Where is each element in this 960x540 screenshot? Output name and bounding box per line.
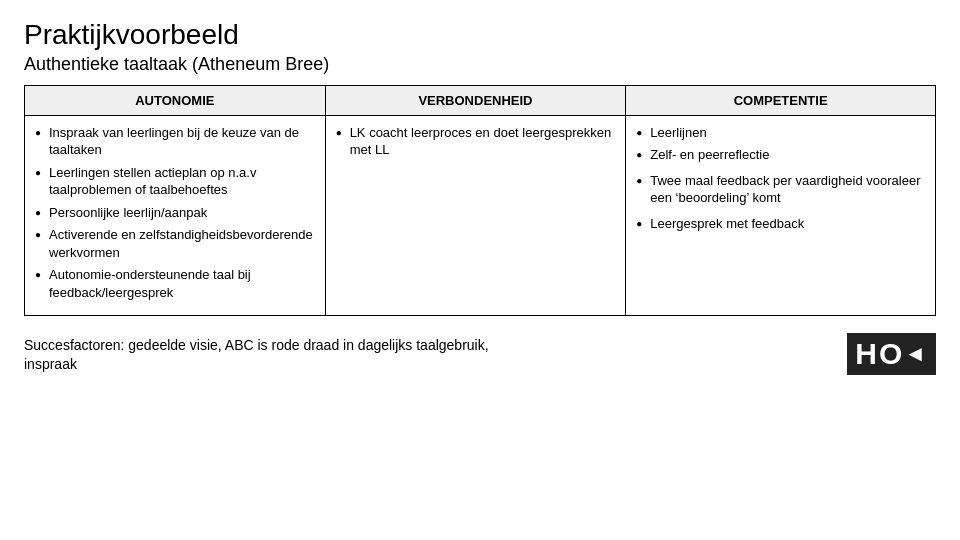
list-item: ●Autonomie-ondersteunende taal bij feedb… [35, 266, 315, 301]
list-item-text: Zelf- en peerreflectie [650, 146, 925, 164]
verbondenheid-cell: ●LK coacht leerproces en doet leergespre… [325, 115, 626, 315]
list-item-text: Leerlingen stellen actieplan op n.a.v ta… [49, 164, 315, 199]
list-item-text: LK coacht leerproces en doet leergesprek… [350, 124, 616, 159]
list-item-text: Inspraak van leerlingen bij de keuze van… [49, 124, 315, 159]
header-verbondenheid: VERBONDENHEID [325, 85, 626, 115]
list-item-text: Leerlijnen [650, 124, 925, 142]
verbondenheid-list: ●LK coacht leerproces en doet leergespre… [336, 124, 616, 159]
logo-arrow: ◄ [904, 341, 928, 367]
page-title: Praktijkvoorbeeld [24, 18, 936, 52]
header-competentie: COMPETENTIE [626, 85, 936, 115]
autonomie-cell: ●Inspraak van leerlingen bij de keuze va… [25, 115, 326, 315]
logo-h: H [855, 337, 879, 371]
list-item: ●Zelf- en peerreflectie [636, 146, 925, 164]
list-item: ●Persoonlijke leerlijn/aanpak [35, 204, 315, 222]
list-item: ●Activerende en zelfstandigheidsbevorder… [35, 226, 315, 261]
competentie-cell: ●Leerlijnen ●Zelf- en peerreflectie ●Twe… [626, 115, 936, 315]
list-item-text: Twee maal feedback per vaardigheid voora… [650, 172, 925, 207]
list-item: ●Twee maal feedback per vaardigheid voor… [636, 172, 925, 207]
bullet-icon: ● [636, 217, 650, 231]
list-item-text: Autonomie-ondersteunende taal bij feedba… [49, 266, 315, 301]
list-item: ●Leergesprek met feedback [636, 215, 925, 233]
main-table: AUTONOMIE VERBONDENHEID COMPETENTIE ●Ins… [24, 85, 936, 316]
header-autonomie: AUTONOMIE [25, 85, 326, 115]
bullet-icon: ● [35, 268, 49, 282]
bullet-icon: ● [35, 228, 49, 242]
autonomie-list: ●Inspraak van leerlingen bij de keuze va… [35, 124, 315, 302]
list-item: ●Leerlingen stellen actieplan op n.a.v t… [35, 164, 315, 199]
bullet-icon: ● [35, 166, 49, 180]
list-item-text: Persoonlijke leerlijn/aanpak [49, 204, 315, 222]
competentie-list: ●Leerlijnen ●Zelf- en peerreflectie ●Twe… [636, 124, 925, 233]
logo: H O ◄ [847, 333, 936, 375]
bullet-icon: ● [336, 126, 350, 140]
bullet-icon: ● [636, 148, 650, 162]
list-item: ●Leerlijnen [636, 124, 925, 142]
list-item: ●Inspraak van leerlingen bij de keuze va… [35, 124, 315, 159]
footer-row: Succesfactoren: gedeelde visie, ABC is r… [24, 326, 936, 375]
page-subtitle: Authentieke taaltaak (Atheneum Bree) [24, 54, 936, 75]
logo-o: O [879, 337, 904, 371]
bullet-icon: ● [35, 126, 49, 140]
bullet-icon: ● [636, 174, 650, 188]
footer-text: Succesfactoren: gedeelde visie, ABC is r… [24, 336, 489, 375]
bullet-icon: ● [35, 206, 49, 220]
list-item: ●LK coacht leerproces en doet leergespre… [336, 124, 616, 159]
footer-line: Succesfactoren: gedeelde visie, ABC is r… [24, 337, 489, 373]
list-item-text: Leergesprek met feedback [650, 215, 925, 233]
bullet-icon: ● [636, 126, 650, 140]
list-item-text: Activerende en zelfstandigheidsbevordere… [49, 226, 315, 261]
